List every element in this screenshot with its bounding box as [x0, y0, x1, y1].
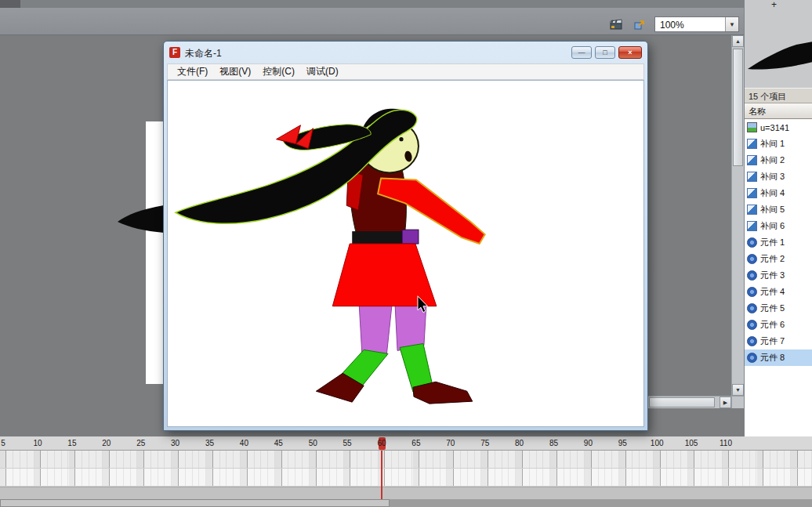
- frame-cell[interactable]: [137, 451, 144, 468]
- frame-cell[interactable]: [736, 451, 743, 468]
- frame-cell[interactable]: [750, 469, 757, 486]
- scroll-down-button[interactable]: ▼: [732, 384, 744, 396]
- frame-cell[interactable]: [667, 469, 674, 486]
- timeline-ruler[interactable]: 5101520253035404550556065707580859095100…: [0, 436, 812, 451]
- minimize-button[interactable]: —: [571, 46, 592, 59]
- frame-cell[interactable]: [440, 469, 448, 486]
- frame-cell[interactable]: [709, 451, 716, 468]
- frame-cell[interactable]: [227, 451, 234, 468]
- frame-cell[interactable]: [13, 469, 20, 486]
- frame-cell[interactable]: [475, 451, 482, 468]
- frame-cell[interactable]: [681, 451, 688, 468]
- frame-cell[interactable]: [633, 451, 640, 468]
- edit-scene-button[interactable]: [607, 16, 625, 32]
- frame-cell[interactable]: [48, 451, 55, 468]
- frame-cell[interactable]: [729, 451, 736, 468]
- frame-cell[interactable]: [571, 451, 578, 468]
- frame-cell[interactable]: [117, 451, 124, 468]
- library-item[interactable]: 元件 7: [745, 333, 812, 349]
- frame-cell[interactable]: [440, 451, 448, 468]
- frame-cell[interactable]: [399, 451, 406, 468]
- frame-cell[interactable]: [144, 469, 151, 486]
- frame-cell[interactable]: [523, 451, 530, 468]
- frame-cell[interactable]: [34, 451, 42, 468]
- frame-cell[interactable]: [557, 469, 564, 486]
- frame-cell[interactable]: [282, 469, 289, 486]
- frame-cell[interactable]: [48, 469, 55, 486]
- frame-cell[interactable]: [454, 451, 461, 468]
- frame-cell[interactable]: [413, 451, 420, 468]
- frame-cell[interactable]: [723, 469, 730, 486]
- frame-cell[interactable]: [69, 469, 76, 486]
- frame-cell[interactable]: [89, 469, 96, 486]
- library-item[interactable]: 元件 6: [745, 317, 812, 333]
- horizontal-scroll-thumb[interactable]: [649, 397, 715, 407]
- frame-cell[interactable]: [798, 469, 805, 486]
- frame-cell[interactable]: [179, 469, 186, 486]
- frame-cell[interactable]: [770, 469, 778, 486]
- frame-cell[interactable]: [805, 469, 812, 486]
- frame-cell[interactable]: [172, 451, 179, 468]
- frame-cell[interactable]: [227, 469, 234, 486]
- frame-cell[interactable]: [750, 451, 757, 468]
- frame-cell[interactable]: [206, 469, 213, 486]
- frame-cell[interactable]: [27, 451, 34, 468]
- frame-cell[interactable]: [75, 451, 82, 468]
- frame-cell[interactable]: [295, 469, 303, 486]
- frame-cell[interactable]: [20, 469, 27, 486]
- frame-cell[interactable]: [275, 469, 282, 486]
- frame-cell[interactable]: [674, 451, 681, 468]
- frame-cell[interactable]: [626, 451, 633, 468]
- frame-cell[interactable]: [275, 451, 282, 468]
- frame-cell[interactable]: [654, 451, 661, 468]
- frame-cell[interactable]: [619, 451, 626, 468]
- frame-cell[interactable]: [62, 469, 69, 486]
- frame-cell[interactable]: [248, 451, 255, 468]
- frame-cell[interactable]: [172, 469, 179, 486]
- frame-cell[interactable]: [592, 451, 599, 468]
- frame-cell[interactable]: [612, 451, 619, 468]
- frame-cell[interactable]: [688, 469, 695, 486]
- library-item[interactable]: u=3141: [745, 119, 812, 136]
- frame-cell[interactable]: [158, 451, 165, 468]
- frame-cell[interactable]: [55, 469, 62, 486]
- frame-cell[interactable]: [385, 451, 392, 468]
- library-item[interactable]: 元件 1: [745, 234, 812, 251]
- menu-item-view[interactable]: 视图(V): [214, 63, 256, 80]
- frame-cell[interactable]: [399, 469, 406, 486]
- frame-cell[interactable]: [763, 451, 770, 468]
- frame-cell[interactable]: [599, 469, 606, 486]
- frame-cell[interactable]: [357, 451, 364, 468]
- frame-cell[interactable]: [599, 451, 606, 468]
- frame-cell[interactable]: [268, 451, 275, 468]
- frame-cell[interactable]: [241, 451, 248, 468]
- frame-cell[interactable]: [592, 469, 599, 486]
- frame-cell[interactable]: [605, 451, 612, 468]
- frame-cell[interactable]: [694, 451, 701, 468]
- frame-cell[interactable]: [41, 469, 48, 486]
- stage-vertical-scrollbar[interactable]: ▲ ▼: [731, 35, 744, 396]
- frame-cell[interactable]: [392, 469, 399, 486]
- frame-cell[interactable]: [364, 469, 372, 486]
- frame-cell[interactable]: [419, 469, 426, 486]
- library-item[interactable]: 补间 1: [745, 136, 812, 152]
- frame-cell[interactable]: [193, 451, 200, 468]
- frame-cell[interactable]: [661, 469, 668, 486]
- frame-cell[interactable]: [55, 451, 62, 468]
- zoom-combobox[interactable]: 100% ▼: [654, 16, 739, 32]
- frame-cell[interactable]: [778, 451, 785, 468]
- frame-cell[interactable]: [34, 469, 42, 486]
- frame-cell[interactable]: [234, 469, 241, 486]
- frame-cell[interactable]: [557, 451, 564, 468]
- frame-cell[interactable]: [481, 451, 488, 468]
- maximize-button[interactable]: □: [595, 46, 615, 59]
- frame-cell[interactable]: [124, 451, 131, 468]
- frame-cell[interactable]: [137, 469, 144, 486]
- frame-cell[interactable]: [117, 469, 124, 486]
- frame-cell[interactable]: [261, 451, 268, 468]
- frame-cell[interactable]: [468, 469, 475, 486]
- vertical-scroll-thumb[interactable]: [733, 49, 743, 166]
- frame-cell[interactable]: [763, 469, 770, 486]
- frame-cell[interactable]: [426, 469, 433, 486]
- frame-cell[interactable]: [619, 469, 626, 486]
